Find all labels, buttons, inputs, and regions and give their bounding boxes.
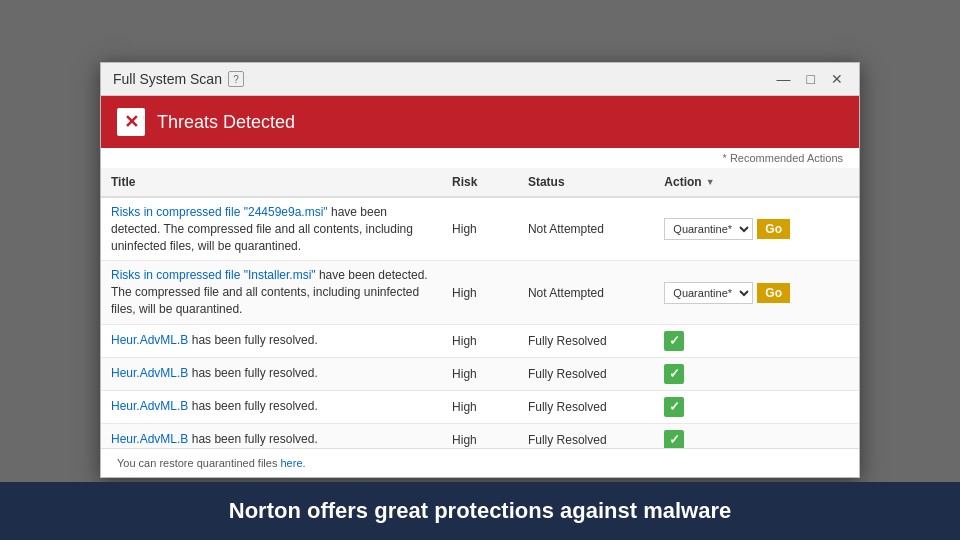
action-cell: ✓: [654, 423, 859, 448]
resolved-check-icon: ✓: [664, 331, 684, 351]
title-cell: Heur.AdvML.B has been fully resolved.: [101, 390, 442, 423]
window-title: Full System Scan: [113, 71, 222, 87]
title-controls: — □ ✕: [773, 72, 847, 86]
status-cell: Fully Resolved: [518, 357, 654, 390]
action-dropdown-group: Quarantine*Go: [664, 218, 849, 240]
screen-wrapper: Full System Scan ? — □ ✕ ✕ Threats Detec…: [0, 0, 960, 540]
threat-x-icon: ✕: [117, 108, 145, 136]
resolved-check-icon: ✓: [664, 397, 684, 417]
table-row: Risks in compressed file "24459e9a.msi" …: [101, 197, 859, 261]
title-cell: Risks in compressed file "24459e9a.msi" …: [101, 197, 442, 261]
help-button[interactable]: ?: [228, 71, 244, 87]
window: Full System Scan ? — □ ✕ ✕ Threats Detec…: [100, 62, 860, 478]
table-scroll-area[interactable]: Title Risk Status Action ▼: [101, 168, 859, 448]
title-cell: Heur.AdvML.B has been fully resolved.: [101, 324, 442, 357]
table-row: Heur.AdvML.B has been fully resolved.Hig…: [101, 423, 859, 448]
risk-cell: High: [442, 324, 518, 357]
status-cell: Fully Resolved: [518, 390, 654, 423]
action-header-label: Action: [664, 175, 701, 189]
title-link[interactable]: Risks in compressed file "Installer.msi": [111, 268, 316, 282]
bottom-banner: Norton offers great protections against …: [0, 482, 960, 540]
threat-header: ✕ Threats Detected: [101, 96, 859, 148]
action-cell: ✓: [654, 324, 859, 357]
title-link[interactable]: Heur.AdvML.B: [111, 333, 188, 347]
maximize-button[interactable]: □: [803, 72, 819, 86]
close-button[interactable]: ✕: [827, 72, 847, 86]
table-row: Heur.AdvML.B has been fully resolved.Hig…: [101, 390, 859, 423]
col-title: Title: [101, 168, 442, 197]
col-action: Action ▼: [654, 168, 859, 197]
action-cell: ✓: [654, 390, 859, 423]
resolved-check-icon: ✓: [664, 364, 684, 384]
go-button[interactable]: Go: [757, 219, 790, 239]
risk-cell: High: [442, 423, 518, 448]
risk-cell: High: [442, 390, 518, 423]
action-dropdown-group: Quarantine*Go: [664, 282, 849, 304]
title-cell: Heur.AdvML.B has been fully resolved.: [101, 357, 442, 390]
title-rest: has been fully resolved.: [188, 366, 317, 380]
title-link[interactable]: Heur.AdvML.B: [111, 366, 188, 380]
table-row: Heur.AdvML.B has been fully resolved.Hig…: [101, 324, 859, 357]
status-cell: Fully Resolved: [518, 423, 654, 448]
title-link[interactable]: Heur.AdvML.B: [111, 432, 188, 446]
title-cell: Heur.AdvML.B has been fully resolved.: [101, 423, 442, 448]
title-cell: Risks in compressed file "Installer.msi"…: [101, 261, 442, 324]
col-risk: Risk: [442, 168, 518, 197]
risk-cell: High: [442, 197, 518, 261]
col-status: Status: [518, 168, 654, 197]
title-bar-left: Full System Scan ?: [113, 71, 244, 87]
restore-link[interactable]: here: [280, 457, 302, 469]
threats-table: Title Risk Status Action ▼: [101, 168, 859, 448]
title-link[interactable]: Risks in compressed file "24459e9a.msi": [111, 205, 328, 219]
action-cell: Quarantine*Go: [654, 197, 859, 261]
status-cell: Not Attempted: [518, 261, 654, 324]
quarantine-select[interactable]: Quarantine*: [664, 282, 753, 304]
table-wrapper: * Recommended Actions Title Risk Status …: [101, 148, 859, 477]
go-button[interactable]: Go: [757, 283, 790, 303]
table-row: Heur.AdvML.B has been fully resolved.Hig…: [101, 357, 859, 390]
status-cell: Fully Resolved: [518, 324, 654, 357]
bottom-banner-text: Norton offers great protections against …: [24, 498, 936, 524]
title-link[interactable]: Heur.AdvML.B: [111, 399, 188, 413]
action-dropdown-arrow: ▼: [706, 177, 715, 187]
recommended-note: * Recommended Actions: [101, 148, 859, 168]
risk-cell: High: [442, 261, 518, 324]
title-bar: Full System Scan ? — □ ✕: [101, 63, 859, 96]
table-row: Risks in compressed file "Installer.msi"…: [101, 261, 859, 324]
threat-header-text: Threats Detected: [157, 112, 295, 133]
title-rest: has been fully resolved.: [188, 399, 317, 413]
restore-note-suffix: .: [303, 457, 306, 469]
action-cell: Quarantine*Go: [654, 261, 859, 324]
title-rest: has been fully resolved.: [188, 333, 317, 347]
action-cell: ✓: [654, 357, 859, 390]
status-cell: Not Attempted: [518, 197, 654, 261]
resolved-check-icon: ✓: [664, 430, 684, 448]
risk-cell: High: [442, 357, 518, 390]
restore-note: You can restore quarantined files here.: [101, 448, 859, 477]
restore-note-text: You can restore quarantined files: [117, 457, 280, 469]
quarantine-select[interactable]: Quarantine*: [664, 218, 753, 240]
minimize-button[interactable]: —: [773, 72, 795, 86]
title-rest: has been fully resolved.: [188, 432, 317, 446]
